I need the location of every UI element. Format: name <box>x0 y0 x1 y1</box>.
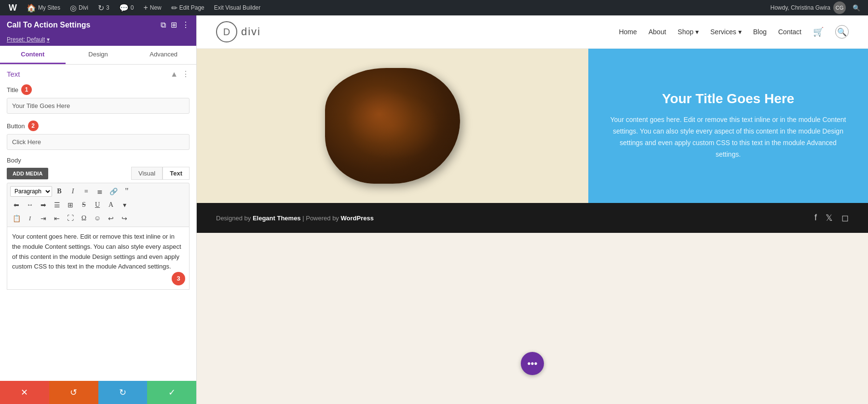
tab-advanced[interactable]: Advanced <box>131 46 196 64</box>
link-button[interactable]: 🔗 <box>107 185 120 198</box>
tab-visual[interactable]: Visual <box>131 167 163 180</box>
strikethrough-button[interactable]: S <box>78 199 90 211</box>
comments-item[interactable]: 💬 0 <box>115 0 138 15</box>
twitter-icon[interactable]: 𝕏 <box>826 213 833 223</box>
howdy-text: Howdy, Christina Gwira <box>771 4 830 11</box>
new-label: New <box>150 4 162 11</box>
nav-blog[interactable]: Blog <box>753 28 767 36</box>
toolbar-row-1: Paragraph Heading 1 Heading 2 B I ≡ ≣ 🔗 … <box>10 185 186 198</box>
panel-preset: Preset: Default ▾ <box>0 34 196 46</box>
footer-social: f 𝕏 ◻ <box>814 213 849 223</box>
align-justify-button[interactable]: ☰ <box>51 199 63 211</box>
instagram-icon[interactable]: ◻ <box>841 213 849 223</box>
nav-home[interactable]: Home <box>619 28 637 36</box>
ol-button[interactable]: ≣ <box>94 185 106 198</box>
comments-icon: 💬 <box>119 3 129 13</box>
cta-box: Your Title Goes Here Your content goes h… <box>588 49 868 203</box>
facebook-icon[interactable]: f <box>814 213 817 223</box>
ul-button[interactable]: ≡ <box>80 185 93 198</box>
exit-visual-builder-item[interactable]: Exit Visual Builder <box>210 0 265 15</box>
cancel-button[interactable]: ✕ <box>0 381 49 404</box>
underline-button[interactable]: U <box>91 199 104 211</box>
panel-expand-icon[interactable]: ⧉ <box>161 21 166 29</box>
bold-button[interactable]: B <box>53 185 66 198</box>
divi-item[interactable]: ◎ Divi <box>66 0 92 15</box>
redo-button[interactable]: ↻ <box>98 381 148 404</box>
floating-action-button[interactable]: ••• <box>521 352 544 375</box>
font-color-dropdown[interactable]: ▾ <box>118 199 131 211</box>
preset-label[interactable]: Preset: Default <box>7 36 45 43</box>
fullscreen-button[interactable]: ⛶ <box>64 212 77 225</box>
redo-editor-button[interactable]: ↪ <box>118 212 131 225</box>
font-color-button[interactable]: A <box>105 199 117 211</box>
tab-content[interactable]: Content <box>0 46 66 64</box>
nav-contact[interactable]: Contact <box>778 28 801 36</box>
preset-dropdown-icon[interactable]: ▾ <box>47 36 50 43</box>
cta-body: Your content goes here. Edit or remove t… <box>608 114 849 160</box>
cta-title: Your Title Goes Here <box>662 91 794 107</box>
floating-btn-icon: ••• <box>527 358 537 369</box>
emoji-button[interactable]: ☺ <box>91 212 104 225</box>
blockquote-button[interactable]: " <box>121 185 133 198</box>
shop-chevron-icon: ▾ <box>695 28 699 36</box>
body-toolbar-row1: ADD MEDIA Visual Text <box>7 167 190 180</box>
nav-shop[interactable]: Shop ▾ <box>678 28 699 36</box>
save-button[interactable]: ✓ <box>147 381 196 404</box>
button-input[interactable] <box>7 134 190 150</box>
align-center-button[interactable]: ↔ <box>24 199 36 211</box>
indent-button[interactable]: ⇥ <box>37 212 50 225</box>
refresh-item[interactable]: ↻ 3 <box>94 0 113 15</box>
visual-text-tabs: Visual Text <box>131 167 190 180</box>
panel-columns-icon[interactable]: ⊞ <box>171 20 177 29</box>
align-left-button[interactable]: ⬅ <box>10 199 23 211</box>
paragraph-select[interactable]: Paragraph Heading 1 Heading 2 <box>10 186 52 197</box>
section-more-icon[interactable]: ⋮ <box>182 69 190 79</box>
new-item[interactable]: + New <box>139 0 165 15</box>
nav-about[interactable]: About <box>649 28 666 36</box>
bread-image <box>325 68 460 184</box>
panel-more-icon[interactable]: ⋮ <box>182 20 190 29</box>
align-right-button[interactable]: ➡ <box>37 199 50 211</box>
table-button[interactable]: ⊞ <box>64 199 77 211</box>
logo-circle: D <box>216 21 237 42</box>
undo-button[interactable]: ↺ <box>49 381 98 404</box>
edit-page-item[interactable]: ✏ Edit Page <box>167 0 208 15</box>
wp-admin-bar: W 🏠 My Sites ◎ Divi ↻ 3 💬 0 + New ✏ Edit… <box>0 0 868 15</box>
undo-editor-button[interactable]: ↩ <box>105 212 117 225</box>
editor-content-area[interactable]: Your content goes here. Edit or remove t… <box>7 227 190 290</box>
site-nav: Home About Shop ▾ Services ▾ Blog Contac… <box>619 25 849 39</box>
add-media-button[interactable]: ADD MEDIA <box>7 168 48 179</box>
my-sites-item[interactable]: 🏠 My Sites <box>23 0 64 15</box>
search-icon[interactable]: 🔍 <box>835 25 849 39</box>
title-field-group: Title 1 <box>0 82 196 119</box>
nav-shop-label: Shop <box>678 28 693 36</box>
edit-page-label: Edit Page <box>179 4 204 11</box>
howdy-greeting: Howdy, Christina Gwira CG <box>771 1 846 14</box>
tab-design[interactable]: Design <box>66 46 131 64</box>
paste-text-button[interactable]: 📋 <box>10 212 23 225</box>
wp-logo-item[interactable]: W <box>5 0 21 15</box>
tab-text[interactable]: Text <box>163 167 190 180</box>
collapse-icon[interactable]: ▲ <box>170 70 178 79</box>
admin-search-icon[interactable]: 🔍 <box>850 4 863 12</box>
outdent-button[interactable]: ⇤ <box>51 212 63 225</box>
preview-area: D divi Home About Shop ▾ Services ▾ Blog… <box>197 15 868 404</box>
nav-services[interactable]: Services ▾ <box>710 28 742 36</box>
text-section-title: Text <box>7 70 20 78</box>
wordpress-link[interactable]: WordPress <box>340 215 373 222</box>
avatar[interactable]: CG <box>833 1 846 14</box>
special-char-button[interactable]: Ω <box>78 212 90 225</box>
text-section-controls: ▲ ⋮ <box>170 69 190 79</box>
italic2-button[interactable]: I <box>24 212 36 225</box>
site-header: D divi Home About Shop ▾ Services ▾ Blog… <box>197 15 868 49</box>
plus-icon: + <box>143 3 148 12</box>
elegant-themes-link[interactable]: Elegant Themes <box>253 215 301 222</box>
panel-header-icons: ⧉ ⊞ ⋮ <box>161 20 190 29</box>
text-section-header: Text ▲ ⋮ <box>0 65 196 82</box>
hero-section: Your Title Goes Here Your content goes h… <box>197 49 868 203</box>
italic-button[interactable]: I <box>67 185 79 198</box>
panel-title: Call To Action Settings <box>7 21 90 29</box>
cart-icon[interactable]: 🛒 <box>813 27 824 37</box>
button-badge: 2 <box>28 121 39 131</box>
title-input[interactable] <box>7 98 190 114</box>
